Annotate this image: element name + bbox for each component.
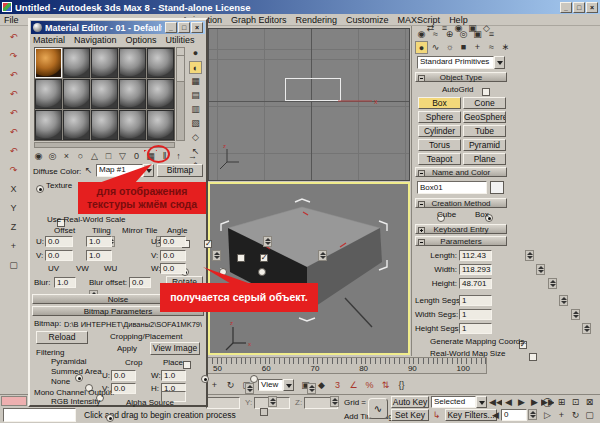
make-unique-icon[interactable]: □: [102, 150, 115, 163]
menu-rendering[interactable]: Rendering: [296, 15, 338, 25]
v-offset-field[interactable]: 0.0: [45, 250, 73, 261]
material-sample-slot[interactable]: [35, 48, 62, 78]
v-mirror-checkbox[interactable]: [237, 254, 245, 262]
reload-button[interactable]: Reload: [36, 331, 88, 344]
reference-coordinate-dropdown[interactable]: View: [258, 379, 294, 391]
collapse-icon[interactable]: [418, 201, 425, 208]
u-tiling-field[interactable]: 1.0: [86, 236, 112, 247]
material-sample-slot[interactable]: [63, 110, 90, 140]
percent-snap-toggle-icon[interactable]: ↷: [7, 164, 20, 177]
material-sample-slot[interactable]: [147, 110, 174, 140]
current-frame-field[interactable]: 0: [501, 409, 527, 421]
play-button[interactable]: ▶: [515, 396, 528, 409]
v-tiling-spinner[interactable]: [212, 250, 221, 261]
geometry-tab-icon[interactable]: ●: [415, 41, 428, 54]
menu-graph-editors[interactable]: Graph Editors: [231, 15, 287, 25]
background-icon[interactable]: ▦: [189, 75, 202, 88]
height-spinner[interactable]: [548, 278, 557, 289]
crop-h-spinner[interactable]: [330, 396, 339, 407]
unlink-selection-icon[interactable]: ↶: [7, 88, 20, 101]
object-color-swatch[interactable]: [490, 181, 504, 194]
height-segs-spinner[interactable]: [582, 323, 591, 334]
auto-key-button[interactable]: Auto Key: [391, 396, 429, 408]
bind-to-space-warp-icon[interactable]: ↶: [7, 107, 20, 120]
expand-icon[interactable]: [418, 227, 425, 234]
map-type-button[interactable]: Bitmap: [157, 164, 203, 177]
length-segs-spinner[interactable]: [559, 295, 568, 306]
wu-radio[interactable]: [258, 268, 266, 276]
creation-method-rollout[interactable]: Creation Method: [415, 198, 507, 208]
slot-scrollbar[interactable]: [176, 47, 185, 141]
select-object-icon[interactable]: ▢: [7, 259, 20, 272]
material-editor-icon[interactable]: ◉: [452, 22, 465, 35]
length-spinner[interactable]: [525, 250, 534, 261]
snap-toggle-icon[interactable]: ↶: [7, 126, 20, 139]
v-tile-checkbox[interactable]: [260, 254, 268, 262]
go-to-start-button[interactable]: ◀◀: [489, 396, 502, 409]
helpers-tab-icon[interactable]: +: [471, 41, 484, 54]
select-and-link-icon[interactable]: ↶: [7, 69, 20, 82]
bitmap-path[interactable]: D:\В ИНТЕРНЕТ\Диваны2\SOFA1MK79\...: [64, 320, 202, 330]
u-angle-field[interactable]: 0.0: [160, 236, 186, 247]
crop-w-spinner[interactable]: [307, 383, 316, 394]
chevron-down-icon[interactable]: [283, 379, 294, 391]
restrict-x-button[interactable]: X: [7, 183, 20, 196]
collapse-icon[interactable]: [418, 75, 425, 82]
material-sample-slot[interactable]: [63, 48, 90, 78]
me-menu-material[interactable]: Material: [33, 35, 65, 45]
material-sample-slot[interactable]: [147, 48, 174, 78]
get-material-icon[interactable]: ◉: [32, 150, 45, 163]
teapot-button[interactable]: Teapot: [418, 153, 461, 165]
blur-field[interactable]: 1.0: [54, 277, 76, 288]
material-sample-slot[interactable]: [147, 79, 174, 109]
material-sample-slot[interactable]: [91, 79, 118, 109]
chevron-down-icon[interactable]: [143, 164, 154, 177]
select-and-manipulate-icon[interactable]: ◆: [315, 379, 328, 392]
video-color-check-icon[interactable]: ▥: [189, 103, 202, 116]
primitive-category-dropdown[interactable]: Standard Primitives: [417, 56, 505, 69]
restore-button[interactable]: □: [573, 2, 585, 13]
lights-tab-icon[interactable]: ☼: [443, 41, 456, 54]
box-button[interactable]: Box: [418, 97, 461, 109]
make-preview-icon[interactable]: ▧: [189, 117, 202, 130]
quick-render-icon[interactable]: ◇: [480, 22, 493, 35]
reset-map-icon[interactable]: ○: [74, 150, 87, 163]
real-world-map-size-checkbox[interactable]: [529, 353, 537, 361]
place-radio[interactable]: [250, 375, 258, 383]
zoom-all-icon[interactable]: ⊞: [555, 396, 568, 409]
restrict-y-button[interactable]: Y: [7, 202, 20, 215]
width-spinner[interactable]: [536, 264, 545, 275]
object-type-rollout[interactable]: Object Type: [415, 72, 507, 82]
length-field[interactable]: 112.43: [459, 250, 492, 261]
crop-v-field[interactable]: 0.0: [111, 383, 136, 394]
field-of-view-icon[interactable]: ▷: [541, 409, 554, 422]
schematic-view-icon[interactable]: ≡: [438, 22, 451, 35]
keyboard-entry-rollout[interactable]: Keyboard Entry: [415, 224, 507, 234]
autogrid-checkbox[interactable]: [482, 88, 490, 96]
name-and-color-rollout[interactable]: Name and Color: [415, 167, 507, 177]
jitter-checkbox[interactable]: [260, 408, 268, 416]
set-key-button[interactable]: Set Key: [391, 409, 429, 421]
material-sample-slot[interactable]: [35, 110, 62, 140]
crop-v-spinner[interactable]: [268, 396, 277, 407]
close-button[interactable]: ×: [586, 2, 598, 13]
chevron-down-icon[interactable]: [494, 56, 505, 69]
zoom-extents-icon[interactable]: ⊡: [569, 396, 582, 409]
backlight-icon[interactable]: ◐: [189, 61, 202, 74]
u-offset-field[interactable]: 0.0: [45, 236, 73, 247]
geosphere-button[interactable]: GeoSphere: [463, 111, 506, 123]
listener-input[interactable]: [3, 408, 76, 422]
crop-radio[interactable]: [201, 375, 209, 383]
texture-radio[interactable]: [36, 185, 44, 193]
me-menu-options[interactable]: Options: [126, 35, 157, 45]
set-key-icon[interactable]: ↳: [430, 409, 443, 422]
material-sample-slot[interactable]: [91, 110, 118, 140]
width-segs-field[interactable]: 1: [459, 309, 492, 320]
scroll-thumb[interactable]: [177, 56, 184, 82]
material-sample-slot[interactable]: [119, 48, 146, 78]
material-sample-slot[interactable]: [63, 79, 90, 109]
crop-w-field[interactable]: 1.0: [161, 370, 186, 381]
u-angle-spinner[interactable]: [263, 236, 272, 247]
zoom-icon[interactable]: ◯: [541, 396, 554, 409]
menu-file[interactable]: File: [4, 15, 19, 25]
